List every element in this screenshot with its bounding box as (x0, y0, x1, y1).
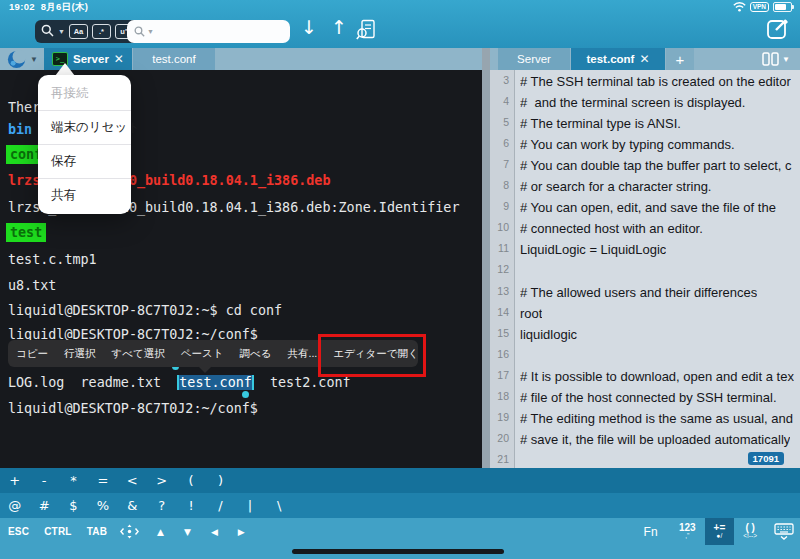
tab-menu-item[interactable]: 共有 (38, 178, 131, 212)
status-bar: 19:02 8月6日(木) VPN (0, 0, 800, 14)
tab-key[interactable]: TAB (87, 526, 107, 537)
line-text: # The allowed users and their difference… (520, 285, 757, 300)
tab-label: test.conf (152, 53, 195, 65)
editor-line: 3# The SSH terminal tab is created on th… (490, 74, 800, 95)
symbol-key--[interactable]: - (29, 473, 58, 488)
regex-button[interactable]: .* (92, 24, 111, 39)
dismiss-keyboard-icon[interactable] (774, 523, 794, 540)
vpn-badge: VPN (750, 2, 769, 12)
symbol-key-@[interactable]: @ (0, 498, 29, 513)
symbol-key-&[interactable]: & (118, 498, 147, 513)
arrow-left-key[interactable]: ◀ (211, 527, 218, 537)
tab-label: test.conf (587, 53, 635, 65)
symbol-key-%[interactable]: % (88, 498, 117, 513)
symbol-key-$[interactable]: $ (59, 498, 88, 513)
line-text: # The terminal type is ANSI. (520, 116, 681, 131)
terminal-tab-testconf[interactable]: test.conf (133, 48, 215, 70)
line-number: 14 (490, 306, 511, 318)
match-case-button[interactable]: Aa (69, 24, 88, 39)
context-menu-item-1[interactable]: 行選択 (56, 347, 104, 361)
line-number: 18 (490, 390, 511, 402)
esc-key[interactable]: ESC (8, 526, 29, 537)
tab-menu-item: 再接続 (38, 77, 131, 110)
editor-tab-server[interactable]: Server (498, 48, 570, 70)
keyboard-layer-key-2[interactable]: ( )<!--> (734, 518, 766, 545)
home-indicator[interactable] (292, 549, 504, 554)
editor-line: 19# The editing method is the same as us… (490, 411, 800, 432)
symbol-key-|[interactable]: | (235, 498, 264, 513)
terminal-line: LOG.log readme.txt test.conf test2.conf (8, 374, 351, 391)
tab-menu-item[interactable]: 保存 (38, 144, 131, 178)
layout-switcher-button[interactable]: ▼ (762, 48, 800, 70)
context-menu-item-4[interactable]: 調べる (232, 347, 280, 361)
fn-key[interactable]: Fn (631, 525, 669, 539)
arrow-down-key[interactable]: ▼ (184, 527, 191, 537)
symbol-key-#[interactable]: # (29, 498, 58, 513)
editor-line: 13# The allowed users and their differen… (490, 285, 800, 306)
ctrl-key[interactable]: CTRL (44, 526, 71, 537)
editor-line: 4# and the terminal screen is displayed. (490, 95, 800, 116)
selected-text[interactable]: test.conf (177, 375, 254, 390)
arrow-up-key[interactable]: ▲ (157, 527, 164, 537)
context-menu-item-3[interactable]: ペースト (173, 347, 232, 361)
terminal-line: bin (8, 121, 32, 138)
find-previous-button[interactable]: ↑ (331, 16, 347, 38)
header: 19:02 8月6日(木) VPN ▼ Aa .* u" ▼ (0, 0, 800, 49)
keyboard-layer-key-1[interactable]: +=●/ (705, 518, 735, 545)
editor-line: 18# file of the host connected by SSH te… (490, 390, 800, 411)
search-toolbar: ▼ Aa .* u" ▼ ▼ ↓ ↑ (0, 14, 800, 48)
compose-icon[interactable] (766, 17, 790, 45)
symbol-key-<[interactable]: < (118, 473, 147, 488)
search-in-document-icon[interactable] (356, 19, 376, 45)
new-tab-button[interactable]: + (666, 48, 694, 70)
keyboard-layer-key-0[interactable]: 123," (670, 518, 705, 545)
close-tab-icon[interactable]: ✕ (639, 52, 649, 66)
symbol-key-)[interactable]: ) (206, 473, 235, 488)
panel-divider[interactable] (482, 48, 490, 468)
tab-menu-item[interactable]: 端末のリセット (38, 110, 131, 144)
context-menu-item-2[interactable]: すべて選択 (104, 347, 173, 361)
search-input[interactable]: ▼ (127, 20, 290, 43)
line-text: # connected host with an editor. (520, 221, 703, 236)
context-menu-item-0[interactable]: コピー (8, 347, 56, 361)
terminal-line: liquidl@DESKTOP-8C7T0J2:~/conf$ (8, 400, 258, 417)
symbol-key-/[interactable]: / (206, 498, 235, 513)
symbol-key-=[interactable]: = (88, 473, 117, 488)
editor-line: 6# You can work by typing commands. (490, 137, 800, 158)
terminal-tab-menu: 再接続端末のリセット保存共有 (38, 75, 131, 214)
close-tab-icon[interactable]: ✕ (114, 52, 124, 66)
symbol-key-([interactable]: ( (176, 473, 205, 488)
liquidlogic-logo-icon (6, 49, 27, 70)
editor-tab-testconf[interactable]: test.conf ✕ (571, 48, 665, 70)
editor-line: 12 (490, 263, 800, 284)
editor-line: 7# You can double tap the buffer part to… (490, 158, 800, 179)
search-icon (134, 26, 145, 37)
line-number: 12 (490, 263, 511, 275)
symbol-key->[interactable]: > (147, 473, 176, 488)
line-text: # The editing method is the same as usua… (520, 411, 793, 426)
symbol-key-*[interactable]: * (59, 473, 88, 488)
editor-panel[interactable]: 3# The SSH terminal tab is created on th… (490, 70, 800, 468)
symbol-key-+[interactable]: + (0, 473, 29, 488)
symbol-key-?[interactable]: ? (147, 498, 176, 513)
line-text: # save it, the file will be uploaded aut… (520, 432, 790, 447)
line-number: 17 (490, 369, 511, 381)
editor-line: 8# or search for a character string. (490, 179, 800, 200)
search-history-caret-icon[interactable]: ▼ (147, 28, 154, 35)
symbol-key-\[interactable]: \ (265, 498, 294, 513)
app-menu-button[interactable]: ▼ (0, 48, 44, 70)
symbol-key-![interactable]: ! (176, 498, 205, 513)
search-scope-icon[interactable] (41, 23, 54, 41)
line-number: 13 (490, 285, 511, 297)
line-text: root (520, 306, 542, 321)
editor-line: 10# connected host with an editor. (490, 221, 800, 242)
arrow-right-key[interactable]: ▶ (238, 527, 245, 537)
search-scope-caret-icon[interactable]: ▼ (58, 28, 65, 35)
cursor-pad-icon[interactable] (120, 524, 139, 539)
find-next-button[interactable]: ↓ (301, 16, 317, 38)
line-number: 3 (490, 74, 511, 86)
editor-line: 5# The terminal type is ANSI. (490, 116, 800, 137)
status-time-date: 19:02 8月6日(木) (9, 1, 88, 14)
line-number: 9 (490, 200, 511, 212)
selection-handle-end[interactable] (242, 391, 249, 398)
